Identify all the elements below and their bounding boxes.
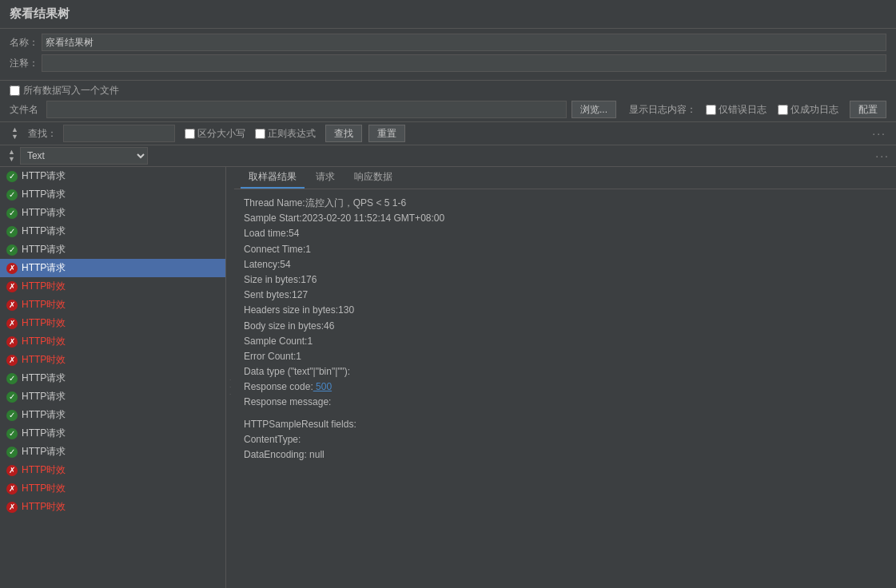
item-label: HTTP时效 <box>22 353 66 367</box>
file-section: 所有数据写入一个文件 文件名 浏览... 显示日志内容： 仅错误日志 仅成功日志… <box>0 81 896 122</box>
tree-item[interactable]: ✓HTTP请求 <box>0 387 225 406</box>
error-icon: ✗ <box>6 355 18 366</box>
headers-size-line: Headers size in bytes:130 <box>244 303 886 318</box>
case-sensitive-label: 区分大小写 <box>197 127 245 141</box>
tree-item[interactable]: ✗HTTP时效 <box>0 314 225 332</box>
down-arrow2[interactable]: ▼ <box>6 156 17 163</box>
tab-sampler-result[interactable]: 取样器结果 <box>241 167 305 189</box>
item-label: HTTP时效 <box>22 482 66 495</box>
reset-button[interactable]: 重置 <box>368 125 405 142</box>
ok-icon: ✓ <box>6 226 18 237</box>
ok-icon: ✓ <box>6 171 18 182</box>
find-button[interactable]: 查找 <box>325 125 362 142</box>
error-log-checkbox[interactable] <box>706 105 716 115</box>
error-log-label: 仅错误日志 <box>719 103 767 117</box>
tree-item[interactable]: ✓HTTP请求 <box>0 424 225 443</box>
tree-item[interactable]: ✓HTTP请求 <box>0 369 225 387</box>
tree-item[interactable]: ✗HTTP时效 <box>0 461 225 479</box>
response-code-label: Response code: <box>244 381 313 392</box>
item-label: HTTP时效 <box>22 280 66 293</box>
error-icon: ✗ <box>6 263 18 274</box>
error-icon: ✗ <box>6 300 18 311</box>
case-sensitive-checkbox[interactable] <box>185 129 195 139</box>
tree-item[interactable]: ✗HTTP时效 <box>0 296 225 314</box>
tree-item[interactable]: ✗HTTP时效 <box>0 332 225 351</box>
error-icon: ✗ <box>6 281 18 292</box>
tree-item[interactable]: ✗HTTP时效 <box>0 479 225 498</box>
ok-icon: ✓ <box>6 189 18 201</box>
tree-panel[interactable]: ✓HTTP请求✓HTTP请求✓HTTP请求✓HTTP请求✓HTTP请求✗HTTP… <box>0 167 226 588</box>
error-icon: ✗ <box>6 318 18 329</box>
item-label: HTTP时效 <box>22 500 66 514</box>
browse-button[interactable]: 浏览... <box>571 101 616 118</box>
item-label: HTTP请求 <box>22 427 66 440</box>
more-menu-dots[interactable]: ··· <box>872 127 886 140</box>
data-type-line: Data type ("text"|"bin"|""): <box>244 364 886 379</box>
resize-handle[interactable]: ··· <box>226 167 234 588</box>
http-fields-line: HTTPSampleResult fields: <box>244 417 886 432</box>
name-input[interactable] <box>42 34 886 51</box>
nav-arrows: ▲ ▼ <box>10 126 20 141</box>
item-label: HTTP请求 <box>22 243 66 256</box>
write-all-label: 所有数据写入一个文件 <box>23 84 119 97</box>
response-message-line: Response message: <box>244 395 886 410</box>
more-menu-dots2[interactable]: ··· <box>875 149 890 162</box>
load-time-line: Load time:54 <box>244 226 886 241</box>
size-bytes-line: Size in bytes:176 <box>244 272 886 288</box>
tree-item[interactable]: ✓HTTP请求 <box>0 406 225 424</box>
filename-label: 文件名 <box>10 103 42 117</box>
error-icon: ✗ <box>6 483 18 495</box>
item-label: HTTP请求 <box>22 408 66 422</box>
tree-item[interactable]: ✗HTTP时效 <box>0 498 225 516</box>
sample-start-line: Sample Start:2023-02-20 11:52:14 GMT+08:… <box>244 211 886 226</box>
regex-checkbox[interactable] <box>255 129 265 139</box>
item-label: HTTP请求 <box>22 188 66 201</box>
config-button[interactable]: 配置 <box>850 101 886 118</box>
tree-item[interactable]: ✓HTTP请求 <box>0 204 225 222</box>
response-code-line: Response code: 500 <box>244 379 886 395</box>
response-code-value[interactable]: 500 <box>313 381 332 392</box>
tree-item[interactable]: ✓HTTP请求 <box>0 222 225 240</box>
ok-icon: ✓ <box>6 391 18 403</box>
item-label: HTTP时效 <box>22 335 66 348</box>
tree-item[interactable]: ✗HTTP时效 <box>0 277 225 296</box>
ok-icon: ✓ <box>6 244 18 256</box>
toolbar-row: ▲ ▼ 查找： 区分大小写 正则表达式 查找 重置 ··· <box>0 122 896 145</box>
search-input[interactable] <box>63 125 175 142</box>
show-log-label: 显示日志内容： <box>629 103 696 117</box>
tree-item[interactable]: ✓HTTP请求 <box>0 240 225 259</box>
item-label: HTTP请求 <box>22 206 66 220</box>
tabs-row: 取样器结果 请求 响应数据 <box>234 167 896 189</box>
regex-label: 正则表达式 <box>268 127 316 141</box>
ok-icon: ✓ <box>6 410 18 421</box>
error-icon: ✗ <box>6 465 18 476</box>
tree-item[interactable]: ✗HTTP请求 <box>0 259 225 277</box>
tree-item[interactable]: ✓HTTP请求 <box>0 185 225 204</box>
body-size-line: Body size in bytes:46 <box>244 319 886 334</box>
comment-input[interactable] <box>42 54 886 72</box>
write-all-checkbox[interactable] <box>10 85 20 96</box>
tree-item[interactable]: ✓HTTP请求 <box>0 443 225 461</box>
error-icon: ✗ <box>6 502 18 513</box>
tree-item[interactable]: ✗HTTP时效 <box>0 351 225 369</box>
comment-label: 注释： <box>10 57 42 70</box>
toolbar-row2: ▲ ▼ Text HTML JSON XML RegExp Tester ··· <box>0 145 896 167</box>
down-arrow[interactable]: ▼ <box>10 133 20 141</box>
item-label: HTTP时效 <box>22 298 66 312</box>
connect-time-line: Connect Time:1 <box>244 242 886 257</box>
item-label: HTTP请求 <box>22 169 66 183</box>
right-panel: 取样器结果 请求 响应数据 Thread Name:流控入门，QPS < 5 1… <box>234 167 896 588</box>
main-area: ✓HTTP请求✓HTTP请求✓HTTP请求✓HTTP请求✓HTTP请求✗HTTP… <box>0 167 896 588</box>
tree-item[interactable]: ✓HTTP请求 <box>0 167 225 185</box>
thread-name-line: Thread Name:流控入门，QPS < 5 1-6 <box>244 196 886 211</box>
success-log-checkbox[interactable] <box>778 105 788 115</box>
tab-request[interactable]: 请求 <box>308 167 343 189</box>
display-format-select[interactable]: Text HTML JSON XML RegExp Tester <box>20 147 148 165</box>
ok-icon: ✓ <box>6 208 18 219</box>
tab-response-data[interactable]: 响应数据 <box>346 167 400 189</box>
filename-input[interactable] <box>46 101 567 118</box>
item-label: HTTP请求 <box>22 445 66 459</box>
error-icon: ✗ <box>6 336 18 348</box>
data-encoding-line: DataEncoding: null <box>244 447 886 463</box>
form-section: 名称： 注释： <box>0 29 896 81</box>
